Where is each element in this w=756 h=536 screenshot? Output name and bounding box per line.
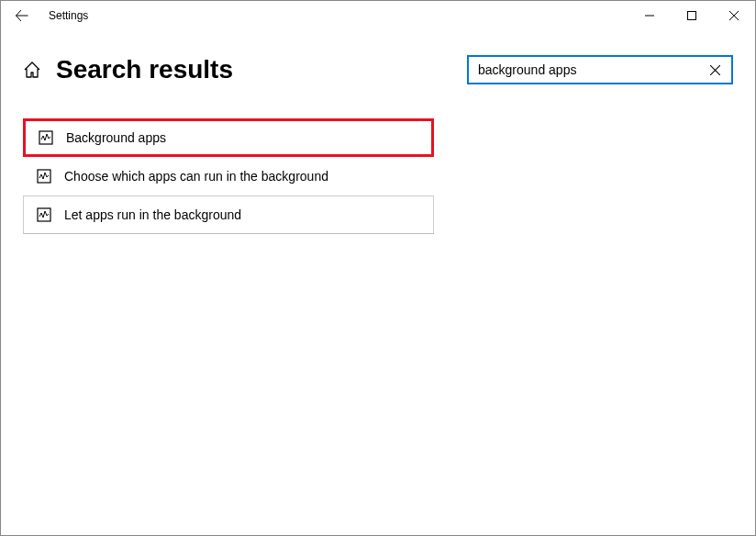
x-icon <box>710 65 720 75</box>
page-title: Search results <box>56 55 233 84</box>
close-icon <box>729 11 739 20</box>
maximize-button[interactable] <box>671 1 713 30</box>
result-label: Let apps run in the background <box>64 207 241 222</box>
clear-search-button[interactable] <box>706 61 724 79</box>
close-button[interactable] <box>713 1 755 30</box>
titlebar: Settings <box>1 1 755 30</box>
activity-icon <box>39 130 53 145</box>
back-button[interactable] <box>1 1 43 30</box>
result-label: Choose which apps can run in the backgro… <box>64 169 328 184</box>
search-input[interactable] <box>478 62 706 77</box>
home-button[interactable] <box>23 61 41 79</box>
result-label: Background apps <box>66 130 166 145</box>
minimize-icon <box>645 11 654 20</box>
result-item-choose-apps[interactable]: Choose which apps can run in the backgro… <box>23 157 434 195</box>
svg-rect-0 <box>688 12 696 20</box>
activity-icon <box>37 207 51 222</box>
activity-icon <box>37 169 51 184</box>
results-list: Background apps Choose which apps can ru… <box>23 118 434 234</box>
window-title: Settings <box>49 9 88 22</box>
maximize-icon <box>687 11 696 20</box>
minimize-button[interactable] <box>628 1 671 30</box>
header-left: Search results <box>23 55 233 84</box>
header-row: Search results <box>23 47 733 93</box>
arrow-left-icon <box>15 8 29 23</box>
home-icon <box>23 61 41 79</box>
search-box[interactable] <box>467 55 733 84</box>
window-controls <box>628 1 755 30</box>
result-item-background-apps[interactable]: Background apps <box>23 118 434 157</box>
content-area: Search results Background apps <box>1 30 755 234</box>
result-item-let-apps[interactable]: Let apps run in the background <box>23 195 434 234</box>
